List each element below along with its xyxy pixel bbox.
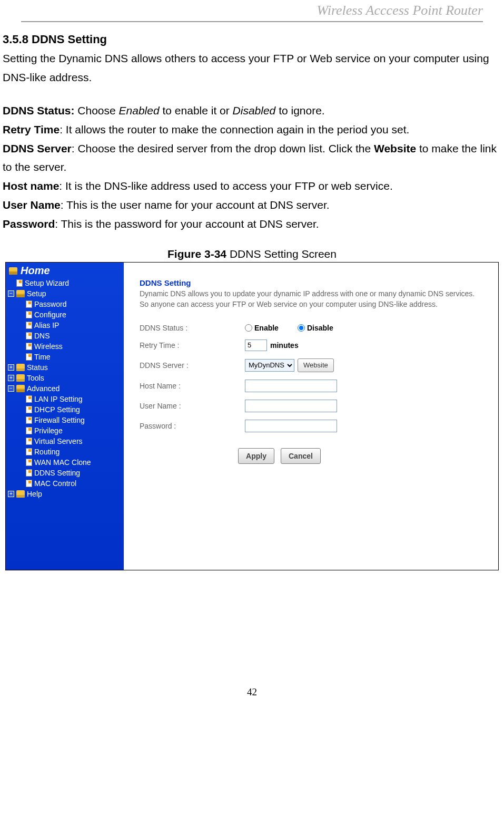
nav-label: Tools	[27, 374, 44, 382]
nav-tools[interactable]: + Tools	[6, 373, 124, 383]
folder-icon	[16, 364, 25, 371]
page-icon	[26, 427, 32, 434]
host-input[interactable]	[245, 380, 337, 392]
nav-label: Time	[34, 353, 51, 361]
expand-icon[interactable]: +	[8, 375, 14, 381]
nav-setup-wizard[interactable]: Setup Wizard	[6, 278, 124, 288]
label-host: Host Name :	[140, 382, 245, 390]
nav-adv-wanmac[interactable]: WAN MAC Clone	[6, 457, 124, 468]
row-pass: Password :	[140, 420, 482, 432]
document-body: 3.5.8 DDNS Setting Setting the Dynamic D…	[0, 33, 504, 698]
nav-setup-password[interactable]: Password	[6, 299, 124, 309]
radio-enable[interactable]: Enable	[245, 324, 279, 332]
nav-label: Routing	[34, 448, 60, 456]
nav-adv-ddns[interactable]: DDNS Setting	[6, 468, 124, 478]
expand-icon[interactable]: +	[8, 364, 14, 371]
nav-home-label: Home	[21, 265, 50, 277]
def-server: DDNS Server: Choose the desired server f…	[3, 139, 501, 177]
pass-input[interactable]	[245, 420, 337, 432]
page-icon	[26, 480, 32, 487]
collapse-icon[interactable]: −	[8, 290, 14, 297]
radio-enable-input[interactable]	[245, 324, 252, 332]
page-icon	[26, 353, 32, 361]
page-icon	[26, 311, 32, 318]
nav-adv-dhcp[interactable]: DHCP Setting	[6, 404, 124, 415]
row-user: User Name :	[140, 400, 482, 412]
nav-adv-routing[interactable]: Routing	[6, 447, 124, 457]
def-ddns-status: DDNS Status: Choose Enabled to enable it…	[3, 101, 501, 120]
radio-enable-label: Enable	[254, 324, 279, 332]
panel-description: Dynamic DNS allows you to update your dy…	[140, 288, 482, 310]
nav-label: WAN MAC Clone	[34, 458, 91, 467]
figure-caption: Figure 3-34 DDNS Setting Screen	[3, 248, 501, 260]
nav-setup-dns[interactable]: DNS	[6, 331, 124, 341]
nav-adv-privilege[interactable]: Privilege	[6, 425, 124, 436]
nav-setup-configure[interactable]: Configure	[6, 309, 124, 320]
panel-title: DDNS Setting	[140, 278, 482, 287]
main-panel: DDNS Setting Dynamic DNS allows you to u…	[124, 263, 498, 570]
text: Choose	[75, 104, 119, 117]
nav-label: Advanced	[27, 384, 60, 393]
text: to enable it or	[160, 104, 233, 117]
nav-label: Help	[27, 490, 42, 498]
expand-icon[interactable]: +	[8, 491, 14, 497]
text: : It is the DNS-like address used to acc…	[59, 180, 392, 192]
nav-label: LAN IP Setting	[34, 395, 83, 403]
nav-status[interactable]: + Status	[6, 362, 124, 373]
nav-label: Privilege	[34, 426, 63, 435]
router-screenshot: Home Setup Wizard − Setup Password Confi…	[5, 262, 499, 570]
cancel-button[interactable]: Cancel	[281, 448, 321, 464]
label-pass: Password :	[140, 422, 245, 430]
user-input[interactable]	[245, 400, 337, 412]
nav-adv-virtual[interactable]: Virtual Servers	[6, 436, 124, 447]
text-disabled: Disabled	[233, 104, 276, 117]
page-icon	[16, 279, 23, 287]
text-website: Website	[374, 142, 416, 154]
nav-home[interactable]: Home	[6, 264, 124, 278]
folder-icon	[16, 490, 25, 498]
nav-label: DDNS Setting	[34, 469, 80, 477]
def-pass: Password: This is the password for your …	[3, 215, 501, 234]
nav-help[interactable]: + Help	[6, 489, 124, 499]
label-pass: Password	[3, 218, 55, 230]
nav-setup[interactable]: − Setup	[6, 288, 124, 299]
nav-label: MAC Control	[34, 479, 76, 488]
radio-disable-input[interactable]	[298, 324, 305, 332]
label-user: User Name	[3, 199, 61, 211]
text: to ignore.	[275, 104, 324, 117]
server-select[interactable]: MyDynDNS	[245, 359, 294, 372]
page-icon	[26, 343, 32, 350]
intro-text: Setting the Dynamic DNS allows others to…	[3, 49, 501, 86]
nav-advanced[interactable]: − Advanced	[6, 383, 124, 394]
website-button[interactable]: Website	[298, 358, 334, 372]
text: : This is the password for your account …	[55, 218, 319, 230]
label-retry: Retry Time :	[140, 341, 245, 350]
nav-setup-wireless[interactable]: Wireless	[6, 341, 124, 352]
folder-open-icon	[9, 267, 17, 275]
section-heading: 3.5.8 DDNS Setting	[3, 33, 501, 46]
nav-label: DNS	[34, 332, 50, 340]
nav-label: Configure	[34, 311, 66, 319]
def-retry: Retry Time: It allows the router to make…	[3, 120, 501, 139]
nav-adv-firewall[interactable]: Firewall Setting	[6, 415, 124, 425]
radio-disable[interactable]: Disable	[298, 324, 333, 332]
nav-label: Virtual Servers	[34, 437, 83, 445]
page-icon	[26, 438, 32, 445]
radio-disable-label: Disable	[307, 324, 333, 332]
label-server: DDNS Server :	[140, 361, 245, 370]
page-icon	[26, 332, 32, 339]
page-icon	[26, 416, 32, 424]
collapse-icon[interactable]: −	[8, 385, 14, 392]
nav-setup-time[interactable]: Time	[6, 352, 124, 362]
retry-input[interactable]	[245, 339, 267, 351]
row-server: DDNS Server : MyDynDNS Website	[140, 358, 482, 372]
nav-label: Alias IP	[34, 321, 59, 329]
nav-setup-aliasip[interactable]: Alias IP	[6, 320, 124, 331]
nav-sidebar: Home Setup Wizard − Setup Password Confi…	[6, 263, 124, 570]
label-ddns-status: DDNS Status :	[140, 324, 245, 332]
nav-adv-lan[interactable]: LAN IP Setting	[6, 394, 124, 404]
nav-label: DHCP Setting	[34, 405, 80, 414]
nav-adv-mac[interactable]: MAC Control	[6, 478, 124, 489]
def-user: User Name: This is the user name for you…	[3, 196, 501, 215]
apply-button[interactable]: Apply	[238, 448, 274, 464]
